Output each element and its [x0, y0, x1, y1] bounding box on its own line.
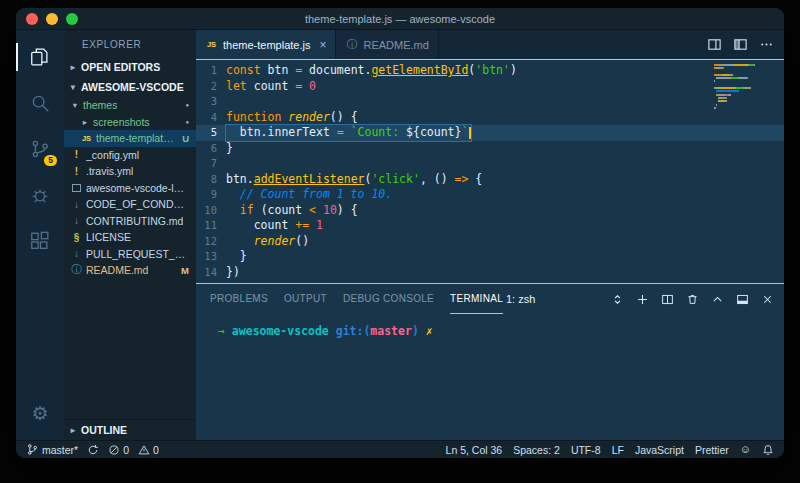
- status-formatter[interactable]: Prettier: [695, 444, 729, 456]
- desktop: { "window": { "title": "theme-template.j…: [0, 0, 800, 483]
- status-eol[interactable]: LF: [612, 444, 624, 456]
- panel-tab-debug-console[interactable]: DEBUG CONSOLE: [343, 284, 434, 314]
- close-tab-icon[interactable]: ×: [319, 38, 326, 52]
- panel-tab-output[interactable]: OUTPUT: [284, 284, 327, 314]
- panel-tab-label: DEBUG CONSOLE: [343, 293, 434, 304]
- status-git-branch[interactable]: master*: [26, 443, 78, 456]
- code-text: }: [226, 141, 233, 157]
- minimap[interactable]: [714, 64, 772, 110]
- tree-item-config-yml[interactable]: !_config.yml: [64, 147, 196, 164]
- maximize-panel-button[interactable]: [711, 293, 724, 306]
- code-line-2[interactable]: 2let count = 0: [196, 79, 784, 95]
- status-line-col[interactable]: Ln 5, Col 36: [446, 444, 503, 456]
- status-notifications[interactable]: [762, 444, 774, 456]
- git-branch-icon: [26, 443, 39, 456]
- status-errors[interactable]: 0: [108, 444, 129, 456]
- line-number: 6: [196, 141, 226, 157]
- split-editor-icon: [707, 37, 722, 52]
- tab-readme-md[interactable]: ⓘREADME.md: [335, 30, 438, 59]
- terminal-picker[interactable]: 1: zsh: [506, 293, 624, 306]
- activity-search[interactable]: [16, 80, 64, 126]
- file-label: awesome-vscode-logo…: [86, 182, 189, 194]
- close-panel-button[interactable]: [761, 293, 774, 306]
- chevron-down-icon: ▾: [68, 82, 78, 92]
- status-feedback[interactable]: ☺: [740, 444, 751, 455]
- status-sync[interactable]: [87, 444, 99, 456]
- tree-item-screenshots[interactable]: ▸screenshots●: [64, 114, 196, 131]
- code-line-5[interactable]: 5 btn.innerText = `Count: ${count}`: [196, 125, 784, 141]
- tree-item-pull-request-temp[interactable]: ↓PULL_REQUEST_TEMP…: [64, 246, 196, 263]
- tree-item-travis-yml[interactable]: !.travis.yml: [64, 163, 196, 180]
- code-line-10[interactable]: 10 if (count < 10) {: [196, 203, 784, 219]
- status-label: Ln 5, Col 36: [446, 444, 503, 456]
- file-label: _config.yml: [86, 149, 139, 161]
- code-line-1[interactable]: 1const btn = document.getElementById('bt…: [196, 63, 784, 79]
- activity-explorer[interactable]: [16, 34, 64, 80]
- outline-section[interactable]: ▸ OUTLINE: [64, 419, 196, 440]
- code-line-9[interactable]: 9 // Count from 1 to 10.: [196, 187, 784, 203]
- new-terminal-button[interactable]: [636, 293, 649, 306]
- line-number: 4: [196, 110, 226, 126]
- terminal-picker-label: 1: zsh: [506, 293, 535, 305]
- code-line-12[interactable]: 12 render(): [196, 234, 784, 250]
- more-icon: [759, 37, 774, 52]
- split-terminal-button[interactable]: [661, 293, 674, 306]
- code-line-11[interactable]: 11 count += 1: [196, 218, 784, 234]
- chevron-up-icon: [711, 293, 724, 306]
- tree-item-license[interactable]: §LICENSE: [64, 229, 196, 246]
- zoom-window-button[interactable]: [66, 13, 78, 25]
- status-encoding[interactable]: UTF-8: [571, 444, 601, 456]
- kill-terminal-button[interactable]: [686, 293, 699, 306]
- status-label: LF: [612, 444, 624, 456]
- line-number: 12: [196, 234, 226, 250]
- trash-icon: [686, 293, 699, 306]
- code-line-4[interactable]: 4function render() {: [196, 110, 784, 126]
- open-editors-section[interactable]: ▸ OPEN EDITORS: [64, 57, 196, 77]
- file-tree: ▾themes●▸screenshots●JStheme-template…U!…: [64, 97, 196, 279]
- terminal[interactable]: → awesome-vscode git:(master) ✗: [196, 314, 784, 440]
- status-label: Spaces: 2: [513, 444, 560, 456]
- window-title: theme-template.js — awesome-vscode: [305, 13, 495, 25]
- activity-source-control[interactable]: 5: [16, 126, 64, 172]
- title-bar[interactable]: theme-template.js — awesome-vscode: [16, 8, 784, 30]
- outline-label: OUTLINE: [81, 424, 127, 436]
- tree-item-readme-md[interactable]: ⓘREADME.mdM: [64, 262, 196, 279]
- markdown-file-icon: ↓: [70, 199, 83, 210]
- code-line-7[interactable]: 7: [196, 156, 784, 172]
- code-editor[interactable]: 1const btn = document.getElementById('bt…: [196, 60, 784, 283]
- code-line-14[interactable]: 14}): [196, 265, 784, 281]
- toggle-panel-button[interactable]: [736, 293, 749, 306]
- tree-item-code-of-conduct[interactable]: ↓CODE_OF_CONDUCT.…: [64, 196, 196, 213]
- status-warnings[interactable]: 0: [138, 444, 159, 456]
- git-status-badge: U: [182, 133, 189, 144]
- activity-debug[interactable]: [16, 172, 64, 218]
- split-editor-button[interactable]: [707, 37, 722, 52]
- code-line-8[interactable]: 8btn.addEventListener('click', () => {: [196, 172, 784, 188]
- more-actions-button[interactable]: [759, 37, 774, 52]
- file-label: CONTRIBUTING.md: [86, 215, 183, 227]
- status-indentation[interactable]: Spaces: 2: [513, 444, 560, 456]
- window-controls: [26, 13, 78, 25]
- code-line-3[interactable]: 3: [196, 94, 784, 110]
- workspace-section[interactable]: ▾ AWESOME-VSCODE: [64, 77, 196, 97]
- warnings-icon: [138, 444, 150, 456]
- code-line-13[interactable]: 13 }: [196, 249, 784, 265]
- settings-button[interactable]: ⚙: [16, 390, 64, 436]
- tab-theme-template-js[interactable]: JStheme-template.js×: [196, 30, 335, 59]
- tree-item-theme-template[interactable]: JStheme-template…U: [64, 130, 196, 147]
- search-icon: [29, 92, 51, 114]
- panel-header: PROBLEMSOUTPUTDEBUG CONSOLETERMINAL 1: z…: [196, 284, 784, 314]
- code-line-6[interactable]: 6}: [196, 141, 784, 157]
- status-language[interactable]: JavaScript: [635, 444, 684, 456]
- tree-item-awesome-vscode-logo[interactable]: awesome-vscode-logo…: [64, 180, 196, 197]
- panel-tab-problems[interactable]: PROBLEMS: [210, 284, 268, 314]
- minimize-window-button[interactable]: [46, 13, 58, 25]
- line-number: 9: [196, 187, 226, 203]
- panel-tab-terminal[interactable]: TERMINAL: [450, 284, 503, 314]
- image-file-icon: [72, 184, 81, 192]
- tree-item-themes[interactable]: ▾themes●: [64, 97, 196, 114]
- tree-item-contributing-md[interactable]: ↓CONTRIBUTING.md: [64, 213, 196, 230]
- close-window-button[interactable]: [26, 13, 38, 25]
- editor-layout-button[interactable]: [733, 37, 748, 52]
- activity-extensions[interactable]: [16, 218, 64, 264]
